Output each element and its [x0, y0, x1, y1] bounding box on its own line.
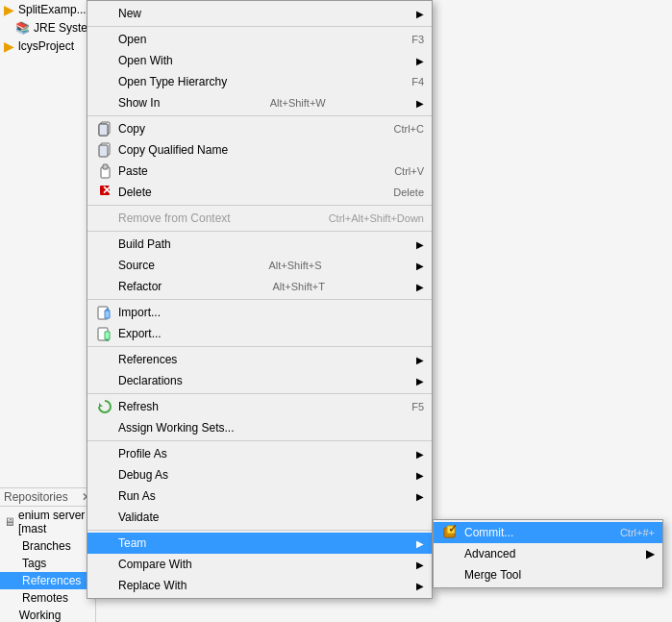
show-in-shortcut: Alt+Shift+W — [251, 97, 326, 109]
source-shortcut: Alt+Shift+S — [249, 260, 321, 271]
team-arrow: ▶ — [416, 538, 424, 549]
replace-with-arrow: ▶ — [416, 581, 424, 591]
menu-label-build-path: Build Path — [118, 237, 171, 251]
commit-shortcut: Ctrl+#+ — [620, 527, 655, 538]
delete-svg: ✕ — [97, 185, 112, 200]
separator-4 — [87, 231, 432, 232]
menu-label-team: Team — [118, 536, 146, 550]
project-item-jre[interactable]: 📚 JRE System Library — [0, 19, 95, 37]
source-arrow: ▶ — [416, 261, 424, 271]
refresh-shortcut: F5 — [392, 401, 424, 412]
copy-qualified-svg — [97, 142, 112, 158]
server-icon: 🖥 — [4, 515, 15, 529]
import-svg — [97, 305, 112, 320]
menu-item-new[interactable]: New ▶ — [87, 3, 432, 24]
copy-svg — [97, 121, 112, 137]
menu-item-run-as[interactable]: Run As ▶ — [87, 485, 432, 507]
menu-item-replace-with[interactable]: Replace With ▶ — [87, 575, 432, 596]
run-as-arrow: ▶ — [416, 491, 424, 502]
menu-item-declarations[interactable]: Declarations ▶ — [87, 370, 432, 391]
menu-item-team[interactable]: Team ▶ — [87, 533, 432, 554]
lcys-label: lcysProject — [18, 39, 74, 53]
menu-label-source: Source — [118, 259, 155, 272]
menu-label-profile-as: Profile As — [118, 447, 167, 460]
references-arrow: ▶ — [416, 355, 424, 365]
menu-item-profile-as[interactable]: Profile As ▶ — [87, 443, 432, 464]
submenu-label-merge-tool: Merge Tool — [464, 568, 521, 582]
menu-label-open-with: Open With — [118, 54, 173, 67]
menu-item-paste[interactable]: Paste Ctrl+V — [87, 161, 432, 182]
menu-label-open: Open — [118, 33, 146, 46]
bottom-branches-item[interactable]: Branches — [0, 537, 95, 555]
menu-label-import: Import... — [118, 306, 161, 319]
svg-text:✓: ✓ — [448, 525, 458, 535]
menu-item-debug-as[interactable]: Debug As ▶ — [87, 464, 432, 485]
menu-label-copy: Copy — [118, 122, 145, 136]
menu-item-compare-with[interactable]: Compare With ▶ — [87, 554, 432, 575]
compare-with-arrow: ▶ — [416, 560, 424, 570]
menu-item-assign-working-sets[interactable]: Assign Working Sets... — [87, 417, 432, 438]
menu-item-references[interactable]: References ▶ — [87, 349, 432, 370]
import-icon — [95, 305, 114, 320]
menu-item-delete[interactable]: ✕ Delete Delete — [87, 182, 432, 203]
menu-label-show-in: Show In — [118, 96, 160, 110]
menu-item-remove-context[interactable]: Remove from Context Ctrl+Alt+Shift+Down — [87, 208, 432, 229]
refactor-arrow: ▶ — [416, 282, 424, 292]
separator-6 — [87, 346, 432, 347]
menu-item-build-path[interactable]: Build Path ▶ — [87, 234, 432, 255]
menu-label-open-type: Open Type Hierarchy — [118, 75, 227, 88]
menu-item-refactor[interactable]: Refactor Alt+Shift+T ▶ — [87, 276, 432, 297]
team-submenu: ✓ Commit... Ctrl+#+ Advanced ▶ Merge Too… — [433, 519, 663, 588]
menu-item-open[interactable]: Open F3 — [87, 29, 432, 50]
menu-item-validate[interactable]: Validate — [87, 507, 432, 528]
bottom-references-item[interactable]: References — [0, 572, 95, 589]
bottom-tags-item[interactable]: Tags — [0, 555, 95, 572]
bottom-server-item[interactable]: 🖥 enium server [mast — [0, 507, 95, 537]
open-type-shortcut: F4 — [392, 76, 424, 87]
menu-item-export[interactable]: Export... — [87, 323, 432, 344]
menu-label-assign: Assign Working Sets... — [118, 421, 235, 435]
submenu-item-merge-tool[interactable]: Merge Tool — [434, 564, 662, 585]
bottom-workingdir-item[interactable]: Working Directory — [0, 607, 95, 622]
open-shortcut: F3 — [392, 34, 424, 45]
menu-label-delete: Delete — [118, 186, 152, 199]
menu-item-open-type-hierarchy[interactable]: Open Type Hierarchy F4 — [87, 71, 432, 92]
project-item-splitexample[interactable]: ▶ SplitExamp... — [0, 0, 95, 19]
menu-item-open-with[interactable]: Open With ▶ — [87, 50, 432, 71]
submenu-item-advanced[interactable]: Advanced ▶ — [434, 543, 662, 564]
library-icon: 📚 — [15, 21, 30, 35]
menu-label-replace-with: Replace With — [118, 579, 187, 592]
menu-item-show-in[interactable]: Show In Alt+Shift+W ▶ — [87, 92, 432, 113]
project-item-lcys[interactable]: ▶ lcysProject — [0, 37, 95, 56]
menu-item-import[interactable]: Import... — [87, 302, 432, 323]
separator-9 — [87, 530, 432, 531]
project-label: SplitExamp... — [18, 3, 87, 16]
submenu-item-commit[interactable]: ✓ Commit... Ctrl+#+ — [434, 522, 662, 543]
menu-label-validate: Validate — [118, 510, 159, 524]
submenu-label-commit: Commit... — [464, 526, 513, 539]
new-arrow: ▶ — [416, 9, 424, 19]
menu-item-source[interactable]: Source Alt+Shift+S ▶ — [87, 255, 432, 276]
svg-text:✕: ✕ — [102, 185, 112, 197]
menu-item-copy[interactable]: Copy Ctrl+C — [87, 118, 432, 139]
bottom-remotes-item[interactable]: Remotes — [0, 589, 95, 607]
separator-7 — [87, 393, 432, 394]
menu-label-remove-context: Remove from Context — [118, 211, 231, 225]
paste-svg — [97, 163, 112, 179]
menu-label-new: New — [118, 7, 141, 20]
refactor-shortcut: Alt+Shift+T — [253, 281, 324, 292]
svg-rect-4 — [99, 145, 108, 157]
menu-label-debug-as: Debug As — [118, 468, 168, 482]
profile-as-arrow: ▶ — [416, 449, 424, 460]
copy-qualified-icon — [95, 142, 114, 158]
show-in-arrow: ▶ — [416, 98, 424, 109]
advanced-arrow: ▶ — [646, 547, 655, 560]
menu-item-refresh[interactable]: Refresh F5 — [87, 396, 432, 417]
git-repositories-panel: Repositories ✕ 🖥 enium server [mast Bran… — [0, 487, 96, 622]
refresh-icon — [95, 399, 114, 414]
open-with-arrow: ▶ — [416, 56, 424, 66]
svg-rect-6 — [103, 164, 108, 169]
menu-item-copy-qualified[interactable]: Copy Qualified Name — [87, 139, 432, 161]
paste-icon — [95, 163, 114, 179]
refresh-svg — [97, 399, 112, 414]
